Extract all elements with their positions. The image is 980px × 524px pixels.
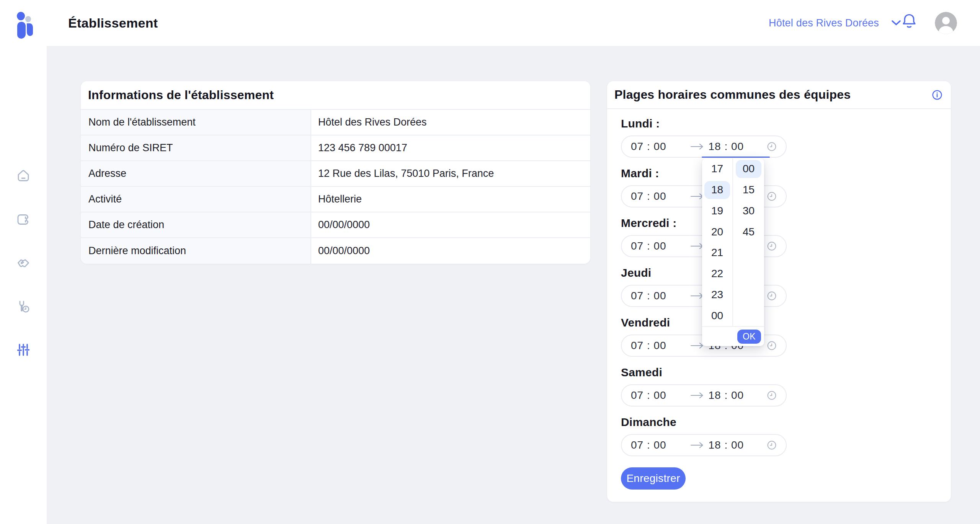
clock-icon[interactable]	[767, 440, 777, 450]
arrow-right-icon	[689, 441, 705, 449]
sidebar-item-home[interactable]	[15, 167, 32, 184]
hour-option-label: 23	[704, 286, 730, 304]
time-range-input[interactable]: 07 : 00 18 : 00	[621, 434, 787, 456]
establishment-info-card: Informations de l'établissement Nom de l…	[81, 81, 590, 264]
day-label: Dimanche	[621, 416, 951, 428]
day-row: Jeudi 07 : 00 18 : 00	[621, 267, 951, 307]
day-row: Dimanche 07 : 00 18 : 00	[621, 416, 951, 456]
clock-icon[interactable]	[767, 241, 777, 251]
hour-option[interactable]: 18	[702, 180, 732, 201]
hour-option[interactable]: 21	[702, 242, 732, 263]
bell-icon	[901, 12, 917, 31]
minute-option[interactable]: 30	[733, 201, 764, 222]
end-time-value[interactable]: 18 : 00	[705, 439, 767, 451]
time-range-input[interactable]: 07 : 00 18 : 00	[621, 384, 787, 406]
start-time-value[interactable]: 07 : 00	[631, 140, 689, 153]
day-label: Jeudi	[621, 267, 951, 279]
establishment-selector[interactable]: Hôtel des Rives Dorées	[769, 0, 902, 46]
hour-option-label: 17	[704, 160, 730, 178]
start-time-value[interactable]: 07 : 00	[631, 340, 689, 352]
day-row: Mardi : 07 : 00 18 : 00	[621, 167, 951, 207]
page-title: Établissement	[68, 0, 158, 46]
logo-shape	[27, 23, 33, 36]
handshake-icon	[16, 255, 31, 271]
start-time-value[interactable]: 07 : 00	[631, 290, 689, 302]
clock-icon[interactable]	[767, 291, 777, 301]
notifications-button[interactable]	[901, 12, 917, 31]
end-time-value[interactable]: 18 : 00	[705, 140, 767, 153]
arrow-right-icon	[689, 142, 705, 151]
logo-shape	[17, 12, 25, 20]
hour-option[interactable]: 20	[702, 221, 732, 242]
arrow-right-icon	[689, 391, 705, 400]
info-card-title: Informations de l'établissement	[88, 88, 274, 102]
start-time-value[interactable]: 07 : 00	[631, 240, 689, 252]
time-picker-footer: OK	[702, 326, 764, 346]
info-row-value: 00/00/0000	[311, 238, 590, 264]
chevron-down-icon	[890, 18, 902, 28]
time-picker-dropdown: 1718192021222300 00153045 OK	[702, 158, 764, 346]
user-avatar[interactable]	[935, 12, 957, 34]
hour-option[interactable]: 17	[702, 158, 732, 180]
info-row-value: Hôtel des Rives Dorées	[311, 110, 590, 135]
sidebar-item-partners[interactable]	[15, 255, 32, 271]
hour-option[interactable]: 23	[702, 284, 732, 305]
minute-option[interactable]: 00	[733, 158, 764, 180]
ok-button[interactable]: OK	[737, 330, 761, 344]
sidebar-item-rooms[interactable]	[15, 211, 32, 228]
hour-option-label: 22	[704, 265, 730, 283]
hours-card-header: Plages horaires communes des équipes	[607, 81, 951, 109]
info-row-label: Nom de l'établissement	[81, 110, 311, 135]
hour-column[interactable]: 1718192021222300	[702, 158, 733, 326]
clock-icon[interactable]	[767, 390, 777, 400]
home-icon	[16, 168, 31, 183]
info-card-header: Informations de l'établissement	[81, 81, 590, 109]
room-card-icon	[16, 212, 31, 227]
day-row: Samedi 07 : 00 18 : 00	[621, 366, 951, 406]
minute-option[interactable]: 15	[733, 180, 764, 201]
day-row: Lundi : 07 : 00 18 : 00	[621, 118, 951, 158]
info-row-label: Numéro de SIRET	[81, 135, 311, 161]
time-range-input[interactable]: 07 : 00 18 : 00	[621, 135, 787, 158]
day-row: Mercredi : 07 : 00 18 : 00	[621, 217, 951, 257]
team-hours-card: Plages horaires communes des équipes Lun…	[607, 81, 951, 502]
sliders-icon	[16, 342, 31, 357]
info-icon[interactable]	[932, 90, 942, 100]
establishment-info-table: Nom de l'établissementHôtel des Rives Do…	[81, 109, 590, 264]
hour-option[interactable]: 22	[702, 263, 732, 284]
save-button[interactable]: Enregistrer	[621, 467, 686, 490]
sidebar-item-tools[interactable]	[15, 298, 32, 315]
day-rows: Lundi : 07 : 00 18 : 00 Mardi : 07 : 00	[607, 109, 951, 456]
day-row: Vendredi 07 : 00 18 : 00	[621, 317, 951, 357]
minute-option[interactable]: 45	[733, 221, 764, 242]
info-row-label: Date de création	[81, 212, 311, 238]
info-row-value: 00/00/0000	[311, 212, 590, 238]
minute-option-label: 45	[736, 223, 761, 241]
start-time-value[interactable]: 07 : 00	[631, 389, 689, 402]
hour-option-label: 19	[704, 202, 730, 220]
info-row-value: 12 Rue des Lilas, 75010 Paris, France	[311, 161, 590, 187]
minute-option-label: 30	[736, 202, 761, 220]
day-label: Samedi	[621, 366, 951, 379]
hour-option[interactable]: 19	[702, 201, 732, 222]
clock-icon[interactable]	[767, 341, 777, 351]
clock-icon[interactable]	[767, 191, 777, 201]
info-row-value: Hôtellerie	[311, 187, 590, 212]
info-row-label: Adresse	[81, 161, 311, 187]
minute-option-label: 00	[736, 160, 761, 178]
app-logo[interactable]	[17, 12, 34, 39]
app-root: Établissement Hôtel des Rives Dorées	[0, 0, 980, 524]
hour-option[interactable]: 00	[702, 305, 732, 326]
minute-option-label: 15	[736, 181, 761, 199]
start-time-value[interactable]: 07 : 00	[631, 190, 689, 202]
end-time-value[interactable]: 18 : 00	[705, 389, 767, 402]
sidebar-nav	[0, 46, 47, 524]
hour-option-label: 18	[704, 181, 730, 199]
hour-option-label: 00	[704, 307, 730, 325]
top-header: Établissement Hôtel des Rives Dorées	[0, 0, 980, 46]
sidebar-item-settings[interactable]	[15, 341, 32, 358]
start-time-value[interactable]: 07 : 00	[631, 439, 689, 451]
minute-column[interactable]: 00153045	[733, 158, 764, 326]
clock-icon[interactable]	[767, 142, 777, 152]
logo-shape	[17, 22, 26, 39]
